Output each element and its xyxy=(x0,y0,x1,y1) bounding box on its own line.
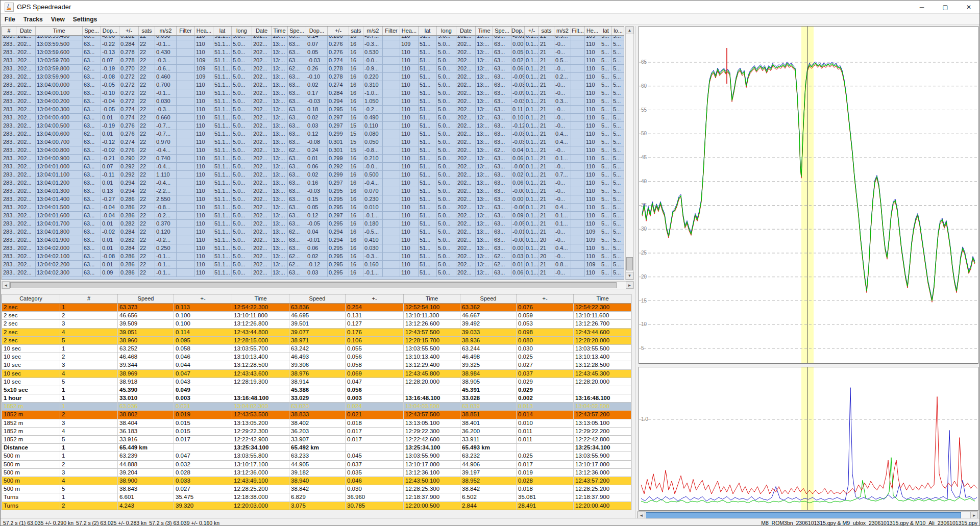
cell[interactable]: 202... xyxy=(252,204,272,212)
cell[interactable]: 63... xyxy=(493,65,511,73)
cell[interactable]: 110 xyxy=(585,195,600,204)
cell[interactable]: -0.06 xyxy=(101,36,119,40)
cell[interactable]: 5... xyxy=(612,122,624,130)
cell[interactable]: 202... xyxy=(16,236,36,244)
cell[interactable]: 5.0... xyxy=(437,212,456,220)
cell[interactable]: 62... xyxy=(288,146,306,155)
cell[interactable]: 110 xyxy=(585,179,600,187)
cell[interactable]: 0.176 xyxy=(346,329,404,337)
cell[interactable]: 202... xyxy=(252,36,272,40)
cell[interactable]: -0... xyxy=(554,40,571,48)
cell[interactable]: 5.0... xyxy=(437,114,456,122)
cell[interactable]: 0.286 xyxy=(119,269,139,277)
cell[interactable]: 51.1... xyxy=(213,106,232,114)
cell[interactable]: 5... xyxy=(600,187,612,195)
cell[interactable]: 0.284 xyxy=(119,244,139,253)
cell[interactable]: 0.740 xyxy=(155,155,177,163)
cell[interactable]: 5... xyxy=(612,204,624,212)
cell[interactable]: 63... xyxy=(83,228,101,236)
cell[interactable]: 22 xyxy=(139,122,155,130)
cell[interactable]: 51... xyxy=(419,204,437,212)
cell[interactable]: 13:... xyxy=(272,212,288,220)
cell[interactable]: 13:04:01.300 xyxy=(36,187,83,195)
cell[interactable]: 0.01 xyxy=(306,155,328,163)
cell[interactable]: 21 xyxy=(539,40,554,48)
column-header[interactable]: He... xyxy=(585,27,600,35)
cell[interactable]: 0.284 xyxy=(328,89,349,97)
cell[interactable]: 0.018 xyxy=(346,419,404,428)
cell[interactable]: 0.292 xyxy=(119,171,139,179)
cell[interactable]: 51.1... xyxy=(213,269,232,277)
cell[interactable]: 202... xyxy=(252,253,272,261)
cell[interactable]: 13:10:17.000 xyxy=(574,461,631,469)
cell[interactable]: 13:... xyxy=(272,146,288,155)
cell[interactable] xyxy=(383,204,400,212)
cell[interactable]: 63... xyxy=(83,48,101,57)
cell[interactable]: 63... xyxy=(288,171,306,179)
cell[interactable]: 5.0... xyxy=(437,122,456,130)
cell[interactable]: 202... xyxy=(16,89,36,97)
cell[interactable]: 0.295 xyxy=(328,261,349,269)
cell[interactable]: 0.046 xyxy=(174,353,232,361)
column-header[interactable]: lo... xyxy=(612,27,624,35)
cell[interactable]: 202... xyxy=(16,195,36,204)
table-row[interactable]: 283...202...13:03:59.90063...-0.080.2722… xyxy=(2,73,624,81)
cell[interactable]: 110 xyxy=(400,122,419,130)
cell[interactable]: 62... xyxy=(493,261,511,269)
cell[interactable]: 13:04:01.900 xyxy=(36,236,83,244)
cell[interactable]: 0.286 xyxy=(119,212,139,220)
cell[interactable]: 39.501 xyxy=(289,320,346,328)
cell[interactable]: 0.1... xyxy=(525,212,539,220)
cell[interactable]: 13:... xyxy=(476,220,493,228)
cell[interactable]: 0.5... xyxy=(554,57,571,65)
cell[interactable]: 5... xyxy=(600,236,612,244)
cell[interactable]: 13:04:01.400 xyxy=(36,195,83,204)
cell[interactable]: 0.032 xyxy=(174,461,232,469)
cell[interactable]: 21 xyxy=(539,138,554,146)
cell[interactable]: 13:... xyxy=(272,57,288,65)
cell[interactable]: 202... xyxy=(16,40,36,48)
cell[interactable]: 5.0... xyxy=(437,228,456,236)
cell[interactable]: 110 xyxy=(195,163,213,171)
cell[interactable]: 63... xyxy=(493,48,511,57)
cell[interactable]: 0.274 xyxy=(119,138,139,146)
cell[interactable]: 5... xyxy=(600,130,612,138)
cell[interactable]: 0.1... xyxy=(525,195,539,204)
cell[interactable]: 35.475 xyxy=(174,493,232,502)
cell[interactable] xyxy=(177,81,195,89)
cell[interactable]: 110 xyxy=(195,122,213,130)
cell[interactable]: 63... xyxy=(288,155,306,163)
cell[interactable]: 63... xyxy=(493,244,511,253)
maximize-icon[interactable]: ▢ xyxy=(934,1,957,14)
cell[interactable]: 5... xyxy=(600,65,612,73)
cell[interactable]: -0.12 xyxy=(101,138,119,146)
minimize-icon[interactable]: ─ xyxy=(910,1,934,14)
cell[interactable]: 0.025 xyxy=(517,452,574,460)
cell[interactable]: 63... xyxy=(288,212,306,220)
cell[interactable]: 13:16:48.100 xyxy=(574,394,631,403)
cell[interactable]: 22 xyxy=(139,244,155,253)
cell[interactable]: 5... xyxy=(600,48,612,57)
cell[interactable]: 0.430 xyxy=(155,48,177,57)
cell[interactable]: -0.4... xyxy=(155,146,177,155)
cell[interactable]: 12:28:20.000 xyxy=(404,378,460,386)
cell[interactable]: 0.11 xyxy=(511,106,525,114)
cell[interactable]: 202... xyxy=(252,163,272,171)
cell[interactable]: 51.1... xyxy=(213,40,232,48)
cell[interactable]: 110 xyxy=(195,40,213,48)
cell[interactable] xyxy=(571,81,585,89)
cell[interactable]: 13:... xyxy=(476,195,493,204)
column-header[interactable]: Time xyxy=(574,294,631,303)
cell[interactable]: 0.295 xyxy=(328,244,349,253)
cell[interactable]: 36.200 xyxy=(460,428,517,436)
cell[interactable]: -0... xyxy=(554,179,571,187)
cell[interactable]: 1852 m xyxy=(2,428,60,436)
cell[interactable]: 5... xyxy=(612,89,624,97)
cell[interactable]: 13:... xyxy=(476,236,493,244)
cell[interactable]: 63... xyxy=(493,171,511,179)
cell[interactable]: -0.8... xyxy=(363,146,383,155)
cell[interactable]: 63... xyxy=(493,138,511,146)
cell[interactable]: 13:03:55.900 xyxy=(404,452,460,460)
cell[interactable]: 63... xyxy=(83,97,101,106)
result-row[interactable]: 10 sec538.9180.04312:28:19.30038.9140.04… xyxy=(2,378,631,386)
